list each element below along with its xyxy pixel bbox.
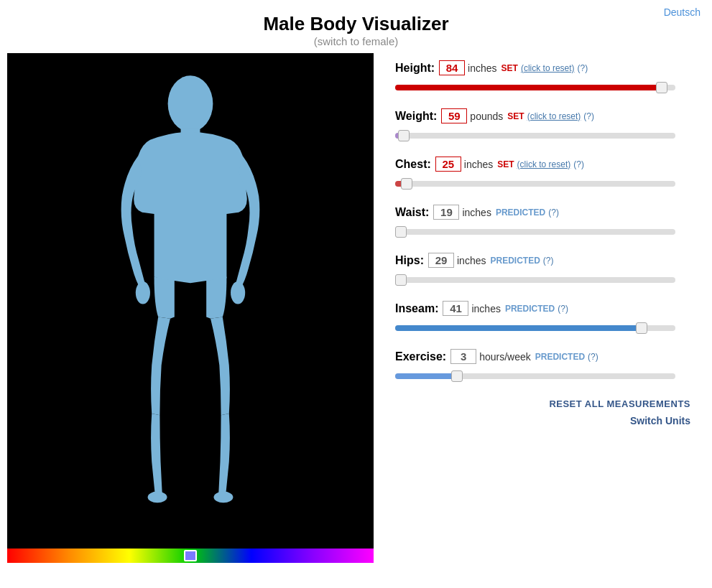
inseam-status: PREDICTED (505, 304, 555, 314)
language-link[interactable]: Deutsch (664, 6, 701, 18)
weight-unit: pounds (470, 111, 503, 122)
svg-point-3 (231, 281, 245, 304)
inseam-slider-container (395, 320, 675, 336)
waist-row: Waist: 19 inches PREDICTED (?) (395, 205, 690, 240)
chest-slider-thumb[interactable] (401, 178, 412, 190)
gender-switch[interactable]: (switch to female) (0, 35, 712, 47)
chest-help[interactable]: (?) (573, 159, 584, 169)
hips-status: PREDICTED (490, 256, 540, 266)
inseam-unit: inches (471, 303, 500, 314)
exercise-slider-thumb[interactable] (451, 370, 463, 382)
waist-help[interactable]: (?) (548, 207, 559, 218)
waist-status: PREDICTED (496, 207, 545, 218)
exercise-status: PREDICTED (535, 352, 585, 362)
waist-slider-container (395, 224, 675, 240)
chest-reset[interactable]: (click to reset) (517, 159, 571, 169)
hips-slider-container (395, 272, 675, 288)
height-reset[interactable]: (click to reset) (521, 63, 575, 73)
chest-unit: inches (464, 159, 493, 170)
weight-status: SET (507, 111, 524, 121)
chest-value[interactable]: 25 (435, 157, 461, 172)
hips-row: Hips: 29 inches PREDICTED (?) (395, 253, 690, 288)
exercise-row: Exercise: 3 hours/week PREDICTED (?) (395, 349, 690, 384)
exercise-slider-fill (395, 373, 457, 379)
exercise-label: Exercise: (395, 350, 446, 363)
height-row: Height: 84 inches SET (click to reset) (… (395, 60, 690, 95)
color-bar-thumb[interactable] (184, 550, 197, 561)
waist-value[interactable]: 19 (433, 205, 459, 220)
chest-label: Chest: (395, 158, 431, 171)
exercise-unit: hours/week (479, 351, 531, 363)
visualizer-panel (7, 53, 374, 563)
waist-slider-track (395, 229, 675, 235)
weight-reset[interactable]: (click to reset) (527, 111, 581, 121)
waist-unit: inches (462, 207, 491, 218)
exercise-slider-container (395, 368, 675, 384)
inseam-help[interactable]: (?) (558, 304, 568, 314)
hips-help[interactable]: (?) (543, 256, 554, 266)
main-content: Height: 84 inches SET (click to reset) (… (0, 53, 712, 563)
body-figure (7, 53, 374, 549)
controls-panel: Height: 84 inches SET (click to reset) (… (374, 53, 705, 441)
hips-slider-thumb[interactable] (395, 274, 407, 286)
height-slider-thumb[interactable] (656, 82, 667, 93)
chest-status: SET (497, 159, 514, 169)
weight-label: Weight: (395, 110, 437, 123)
color-bar[interactable] (7, 549, 374, 563)
bottom-actions: RESET ALL MEASUREMENTS Switch Units (395, 398, 690, 426)
hips-label: Hips: (395, 254, 424, 267)
svg-point-5 (214, 492, 234, 503)
inseam-slider-thumb[interactable] (636, 322, 647, 334)
chest-slider-container (395, 176, 675, 192)
switch-units-button[interactable]: Switch Units (630, 415, 690, 426)
chest-row: Chest: 25 inches SET (click to reset) (?… (395, 157, 690, 192)
page-title: Male Body Visualizer (0, 13, 712, 35)
svg-point-2 (136, 281, 150, 304)
svg-point-4 (148, 492, 167, 503)
height-unit: inches (468, 62, 496, 74)
reset-all-button[interactable]: RESET ALL MEASUREMENTS (549, 398, 690, 409)
inseam-label: Inseam: (395, 302, 438, 315)
height-slider-track (395, 85, 675, 90)
weight-slider-thumb[interactable] (398, 130, 410, 141)
svg-point-0 (168, 75, 213, 131)
inseam-slider-fill (395, 325, 642, 331)
height-label: Height: (395, 62, 435, 75)
chest-slider-track (395, 181, 675, 187)
inseam-row: Inseam: 41 inches PREDICTED (?) (395, 301, 690, 336)
body-svg (83, 67, 298, 534)
weight-value[interactable]: 59 (441, 108, 467, 123)
inseam-value[interactable]: 41 (443, 301, 468, 316)
weight-slider-track (395, 133, 675, 139)
waist-slider-thumb[interactable] (395, 226, 407, 238)
page-header: Male Body Visualizer (switch to female) (0, 0, 712, 53)
height-slider-fill (395, 85, 662, 90)
hips-slider-track (395, 277, 675, 283)
hips-value[interactable]: 29 (428, 253, 454, 268)
height-status: SET (501, 63, 518, 73)
weight-row: Weight: 59 pounds SET (click to reset) (… (395, 108, 690, 144)
exercise-value[interactable]: 3 (450, 349, 476, 364)
weight-slider-container (395, 128, 675, 144)
exercise-help[interactable]: (?) (588, 352, 598, 362)
height-slider-container (395, 80, 675, 95)
waist-label: Waist: (395, 206, 429, 219)
height-help[interactable]: (?) (578, 63, 588, 73)
inseam-slider-track (395, 325, 675, 331)
height-value[interactable]: 84 (439, 60, 465, 75)
weight-help[interactable]: (?) (583, 111, 594, 121)
hips-unit: inches (457, 255, 486, 266)
exercise-slider-track (395, 373, 675, 379)
